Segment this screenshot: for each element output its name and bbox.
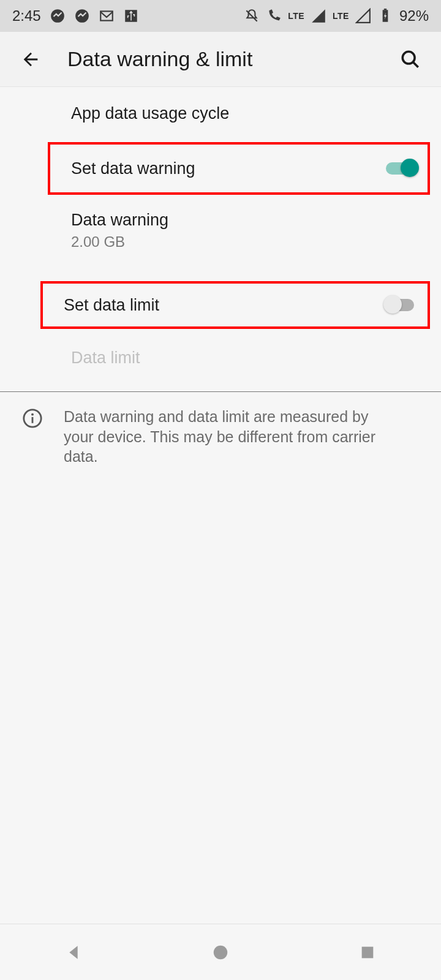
messenger-icon-2	[74, 8, 90, 24]
signal-icon-1	[311, 8, 326, 24]
svg-point-11	[214, 945, 228, 959]
row-label: Data limit	[71, 349, 423, 368]
info-icon	[22, 408, 43, 429]
svg-point-6	[402, 51, 415, 64]
svg-point-9	[31, 413, 34, 416]
row-label: Set data warning	[71, 159, 383, 178]
status-bar: 2:45 LTE LTE 92%	[0, 0, 441, 32]
messenger-icon	[50, 8, 66, 24]
row-secondary: 2.00 GB	[71, 233, 423, 251]
battery-charging-icon	[377, 8, 393, 24]
row-set-data-warning[interactable]: Set data warning	[48, 142, 430, 195]
back-button[interactable]	[18, 47, 43, 72]
nav-recent-button[interactable]	[354, 939, 381, 966]
toggle-set-data-limit[interactable]	[383, 294, 419, 316]
svg-rect-5	[384, 9, 386, 10]
row-set-data-limit[interactable]: Set data limit	[40, 281, 430, 329]
lte-label-2: LTE	[333, 11, 349, 21]
toggle-set-data-warning[interactable]	[383, 157, 419, 179]
settings-list: App data usage cycle Set data warning Da…	[0, 87, 441, 481]
row-label: Set data limit	[64, 296, 383, 315]
svg-rect-12	[362, 946, 374, 958]
mute-icon	[244, 8, 260, 24]
row-data-limit: Data limit	[0, 331, 441, 384]
wifi-call-icon	[266, 8, 282, 24]
row-app-data-usage-cycle[interactable]: App data usage cycle	[0, 87, 441, 140]
search-button[interactable]	[398, 47, 423, 72]
info-text: Data warning and data limit are measured…	[64, 407, 423, 467]
row-data-warning[interactable]: Data warning 2.00 GB	[0, 197, 441, 264]
navigation-bar	[0, 924, 441, 980]
usb-icon	[123, 8, 139, 24]
lte-label-1: LTE	[288, 11, 304, 21]
nav-back-button[interactable]	[60, 939, 87, 966]
svg-rect-10	[32, 417, 34, 423]
gmail-icon	[99, 8, 115, 24]
status-time: 2:45	[12, 7, 41, 24]
page-title: Data warning & limit	[67, 47, 398, 71]
signal-icon-2	[355, 8, 371, 24]
row-label: App data usage cycle	[71, 104, 423, 123]
app-bar: Data warning & limit	[0, 32, 441, 87]
battery-percentage: 92%	[399, 7, 429, 24]
svg-line-7	[413, 62, 418, 67]
info-row: Data warning and data limit are measured…	[0, 392, 441, 481]
row-label: Data warning	[71, 211, 423, 230]
nav-home-button[interactable]	[207, 939, 234, 966]
